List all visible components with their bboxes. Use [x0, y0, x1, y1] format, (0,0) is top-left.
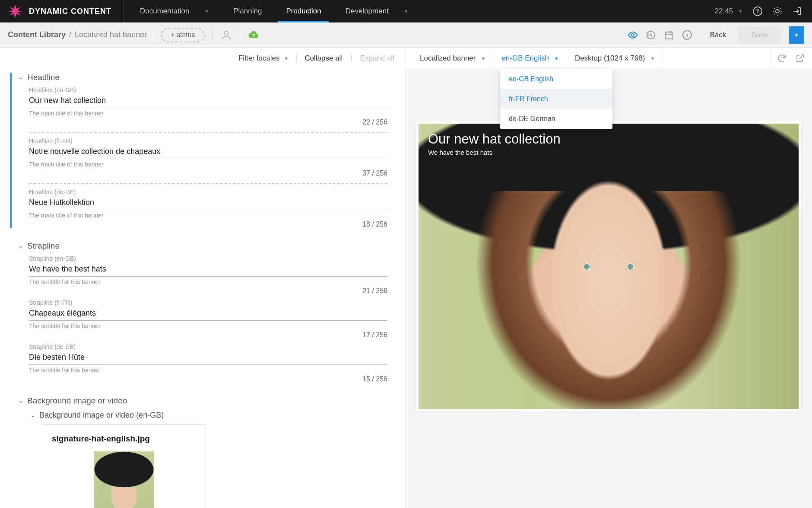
section-toggle-strapline[interactable]: ⌄ Strapline — [19, 241, 394, 251]
device-selector[interactable]: Desktop (1024 x 768) ▼ — [567, 48, 663, 69]
subsection-title: Background image or video (en-GB) — [39, 411, 164, 420]
section-background: ⌄ Background image or video ⌄ Background… — [10, 396, 394, 508]
headline-input-de-de[interactable] — [29, 195, 387, 210]
preview-actions — [771, 48, 805, 69]
nav-tabs: Documentation ▼ Planning Production Deve… — [128, 0, 421, 22]
chevron-down-icon: ▼ — [404, 9, 409, 14]
back-button[interactable]: Back — [710, 31, 726, 39]
locale-option-de-de[interactable]: de-DE German — [500, 109, 612, 129]
nav-tab-label: Planning — [233, 7, 262, 16]
svg-point-4 — [631, 34, 634, 36]
strapline-input-de-de[interactable] — [29, 350, 387, 365]
svg-text:?: ? — [756, 8, 759, 15]
cloud-sync-icon[interactable] — [248, 29, 260, 41]
add-status-button[interactable]: + status — [161, 28, 204, 42]
preview-eye-icon[interactable] — [628, 30, 638, 40]
nav-tab-development[interactable]: Development ▼ — [333, 0, 421, 22]
breadcrumb-separator: / — [69, 30, 71, 39]
editor-toolbar: Filter locales ▼ Collapse all | Expand a… — [0, 48, 405, 67]
open-external-icon[interactable] — [795, 53, 805, 64]
chevron-down-icon: ▼ — [204, 9, 209, 14]
preview-toolbar: Localized banner ▼ en-GB English ▼ Deskt… — [405, 48, 812, 69]
clock-display[interactable]: 22:45 ▼ — [715, 7, 743, 16]
banner-text-overlay: Our new hat collection We have the best … — [428, 131, 561, 156]
preview-banner: Our new hat collection We have the best … — [419, 124, 799, 409]
editor-pane: Filter locales ▼ Collapse all | Expand a… — [0, 48, 405, 508]
nav-tab-production[interactable]: Production — [274, 0, 333, 22]
nav-tab-label: Production — [286, 7, 321, 16]
save-dropdown-button[interactable]: ▼ — [789, 26, 804, 44]
char-count: 21 / 256 — [29, 287, 387, 295]
brand-area: DYNAMIC CONTENT — [0, 0, 124, 22]
field-help: The main title of this banner — [29, 161, 104, 168]
field-help: The subtitle for this banner — [29, 367, 101, 374]
field-label: Strapline (en-GB) — [29, 255, 394, 262]
char-count: 18 / 256 — [29, 220, 387, 228]
breadcrumb-root[interactable]: Content Library — [8, 30, 66, 39]
section-title: Headline — [27, 73, 60, 82]
form-scroll-area[interactable]: ⌄ Headline Headline (en-GB) The main tit… — [0, 67, 405, 508]
divider — [213, 29, 213, 41]
section-strapline: ⌄ Strapline Strapline (en-GB) The subtit… — [10, 241, 394, 383]
gear-icon[interactable] — [772, 6, 783, 16]
char-count: 37 / 256 — [29, 169, 387, 177]
nav-tab-planning[interactable]: Planning — [221, 0, 274, 22]
strapline-input-fr-fr[interactable] — [29, 306, 387, 321]
user-icon[interactable] — [221, 29, 232, 41]
content-type-selector[interactable]: Localized banner ▼ — [412, 48, 494, 69]
section-toggle-background[interactable]: ⌄ Background image or video — [19, 396, 394, 406]
sub-header-right: Back Save ▼ — [628, 26, 804, 44]
headline-input-fr-fr[interactable] — [29, 144, 387, 159]
headline-input-en-gb[interactable] — [29, 93, 387, 108]
locale-selector[interactable]: en-GB English ▼ — [494, 48, 567, 69]
brand-logo-icon — [6, 3, 24, 20]
field-strapline-de-de: Strapline (de-DE) The subtitle for this … — [19, 343, 394, 383]
divider — [29, 132, 387, 133]
image-thumbnail — [94, 451, 154, 508]
field-label: Headline (de-DE) — [29, 189, 394, 195]
field-headline-de-de: Headline (de-DE) The main title of this … — [19, 189, 394, 228]
expand-all-button: Expand all — [360, 54, 394, 63]
image-card[interactable]: signature-hat-english.jpg — [42, 424, 206, 508]
filter-locales-button[interactable]: Filter locales ▼ — [238, 54, 289, 63]
content-type-label: Localized banner — [420, 54, 476, 63]
info-icon[interactable] — [682, 30, 692, 40]
locale-option-fr-fr[interactable]: fr-FR French — [500, 89, 612, 109]
subsection-toggle-background-en-gb[interactable]: ⌄ Background image or video (en-GB) — [31, 411, 394, 420]
chevron-down-icon: ▼ — [284, 56, 289, 61]
chevron-down-icon: ▼ — [650, 56, 655, 61]
breadcrumb: Content Library / Localized hat banner — [8, 30, 147, 39]
field-help: The subtitle for this banner — [29, 323, 101, 329]
strapline-input-en-gb[interactable] — [29, 262, 387, 277]
chevron-down-icon: ▼ — [481, 56, 485, 61]
history-icon[interactable] — [646, 30, 656, 40]
logout-icon[interactable] — [792, 6, 802, 16]
field-label: Headline (fr-FR) — [29, 137, 394, 144]
field-label: Strapline (fr-FR) — [29, 299, 394, 306]
filter-locales-label: Filter locales — [238, 54, 279, 63]
collapse-all-button[interactable]: Collapse all — [304, 54, 343, 63]
field-strapline-en-gb: Strapline (en-GB) The subtitle for this … — [19, 255, 394, 295]
divider — [153, 29, 153, 41]
section-toggle-headline[interactable]: ⌄ Headline — [19, 73, 394, 82]
save-button[interactable]: Save — [738, 26, 781, 44]
divider — [240, 29, 240, 41]
chevron-down-icon: ⌄ — [19, 398, 23, 404]
device-label: Desktop (1024 x 768) — [575, 54, 645, 63]
breadcrumb-current: Localized hat banner — [75, 30, 147, 39]
locale-option-en-gb[interactable]: en-GB English — [500, 69, 612, 89]
nav-tab-documentation[interactable]: Documentation ▼ — [128, 0, 221, 22]
sub-header: Content Library / Localized hat banner +… — [0, 22, 812, 48]
help-icon[interactable]: ? — [752, 6, 763, 16]
section-headline: ⌄ Headline Headline (en-GB) The main tit… — [10, 73, 394, 228]
field-headline-fr-fr: Headline (fr-FR) The main title of this … — [19, 137, 394, 177]
field-label: Strapline (de-DE) — [29, 343, 394, 350]
chevron-down-icon: ⌄ — [31, 412, 35, 419]
calendar-icon[interactable] — [664, 30, 674, 40]
field-help: The main title of this banner — [29, 110, 104, 117]
chevron-down-icon: ⌄ — [19, 243, 23, 249]
divider: | — [350, 54, 352, 63]
rotate-icon[interactable] — [777, 53, 787, 64]
preview-area: Our new hat collection We have the best … — [405, 69, 812, 508]
main-split: Filter locales ▼ Collapse all | Expand a… — [0, 48, 812, 508]
